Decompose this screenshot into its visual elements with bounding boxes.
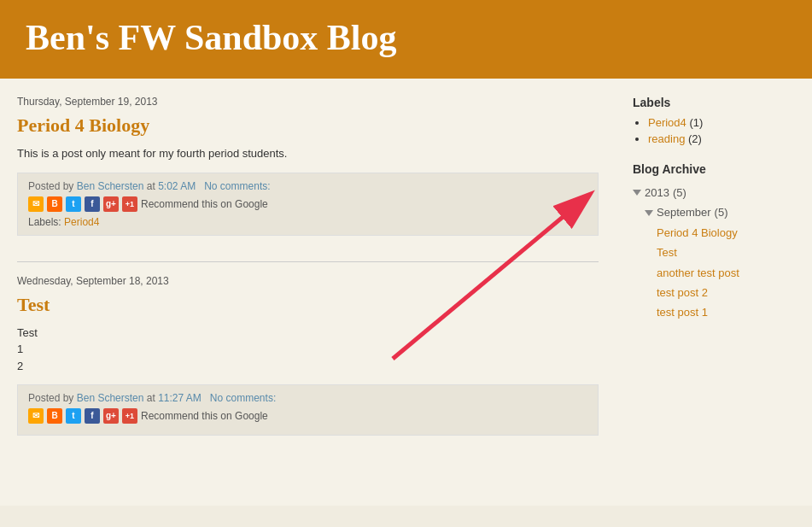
- recommend-text: Recommend this on Google: [141, 410, 268, 422]
- post-body-line: 2: [17, 358, 599, 375]
- sidebar: Labels Period4 (1) reading (2) Blog Arch…: [624, 96, 795, 489]
- at-label: at: [147, 180, 155, 192]
- blog-post: Wednesday, September 18, 2013 Test Test …: [17, 275, 599, 436]
- facebook-share-icon[interactable]: f: [85, 408, 100, 424]
- twitter-share-icon[interactable]: t: [66, 408, 81, 424]
- post-title-link[interactable]: Test: [17, 294, 50, 315]
- archive-post-anchor[interactable]: test post 1: [657, 306, 708, 319]
- expand-month-icon[interactable]: [645, 210, 653, 216]
- label-link[interactable]: reading: [648, 132, 685, 145]
- post-body: Test 1 2: [17, 325, 599, 375]
- post-author-line: Posted by Ben Schersten at 5:02 AM No co…: [28, 180, 587, 192]
- share-icons: ✉ B t f g+ +1 Recommend this on Google: [28, 408, 587, 424]
- post-time-link[interactable]: 11:27 AM: [158, 392, 202, 404]
- twitter-share-icon[interactable]: t: [66, 196, 81, 212]
- labels-prefix: Labels:: [28, 216, 61, 228]
- label-item: reading (2): [648, 132, 795, 145]
- blog-share-icon[interactable]: B: [47, 196, 62, 212]
- author-link[interactable]: Ben Schersten: [77, 180, 144, 192]
- site-header: Ben's FW Sandbox Blog: [0, 0, 812, 79]
- post-time-link[interactable]: 5:02 AM: [158, 180, 196, 192]
- gplus1-share-icon[interactable]: +1: [122, 196, 137, 212]
- at-label: at: [147, 392, 155, 404]
- labels-section: Labels Period4 (1) reading (2): [633, 96, 795, 145]
- post-body-line: 1: [17, 341, 599, 358]
- comments-link[interactable]: No comments:: [204, 180, 270, 192]
- label-link[interactable]: Period4: [648, 116, 686, 129]
- post-body-line: Test: [17, 325, 599, 342]
- main-content: Thursday, September 19, 2013 Period 4 Bi…: [17, 96, 624, 489]
- archive-year: 2013 (5): [633, 183, 795, 202]
- comments-link[interactable]: No comments:: [210, 392, 276, 404]
- posted-by-label: Posted by: [28, 180, 73, 192]
- email-share-icon[interactable]: ✉: [28, 196, 44, 212]
- gplus-share-icon[interactable]: g+: [103, 196, 119, 212]
- labels-title: Labels: [633, 96, 795, 109]
- label-link[interactable]: Period4: [64, 216, 99, 228]
- labels-list: Period4 (1) reading (2): [633, 116, 795, 145]
- label-count: (2): [688, 132, 702, 145]
- archive-post-link: Test: [633, 243, 795, 262]
- email-share-icon[interactable]: ✉: [28, 408, 44, 424]
- year-link[interactable]: 2013: [645, 183, 669, 202]
- archive-post-anchor[interactable]: Period 4 Biology: [657, 226, 738, 239]
- label-item: Period4 (1): [648, 116, 795, 129]
- label-count: (1): [689, 116, 703, 129]
- archive-post-link: Period 4 Biology: [633, 223, 795, 243]
- site-title: Ben's FW Sandbox Blog: [26, 17, 786, 58]
- archive-title: Blog Archive: [633, 162, 795, 176]
- post-body: This is a post only meant for my fourth …: [17, 145, 599, 162]
- blog-share-icon[interactable]: B: [47, 408, 62, 424]
- gplus1-share-icon[interactable]: +1: [122, 408, 137, 424]
- archive-post-anchor[interactable]: Test: [657, 246, 677, 259]
- archive-tree: 2013 (5) September (5) Period 4 Biology …: [633, 183, 795, 323]
- post-title: Period 4 Biology: [17, 114, 599, 137]
- archive-post-link: test post 2: [633, 283, 795, 302]
- archive-post-anchor[interactable]: another test post: [657, 266, 739, 279]
- archive-post-anchor[interactable]: test post 2: [657, 286, 708, 299]
- gplus-share-icon[interactable]: g+: [103, 408, 119, 424]
- archive-post-link: another test post: [633, 263, 795, 283]
- expand-icon[interactable]: [633, 190, 641, 196]
- month-count: (5): [715, 202, 728, 222]
- post-author-line: Posted by Ben Schersten at 11:27 AM No c…: [28, 392, 587, 404]
- facebook-share-icon[interactable]: f: [85, 196, 100, 212]
- post-footer: Posted by Ben Schersten at 11:27 AM No c…: [17, 384, 599, 436]
- posted-by-label: Posted by: [28, 392, 73, 404]
- post-footer: Posted by Ben Schersten at 5:02 AM No co…: [17, 173, 599, 236]
- archive-month: September (5): [633, 202, 795, 222]
- post-title: Test: [17, 294, 599, 316]
- year-count: (5): [673, 183, 686, 202]
- month-link[interactable]: September: [657, 202, 711, 222]
- post-divider: [17, 261, 599, 262]
- post-date: Wednesday, September 18, 2013: [17, 275, 599, 287]
- share-icons: ✉ B t f g+ +1 Recommend this on Google: [28, 196, 587, 212]
- post-date: Thursday, September 19, 2013: [17, 96, 599, 108]
- blog-post: Thursday, September 19, 2013 Period 4 Bi…: [17, 96, 599, 236]
- post-labels: Labels: Period4: [28, 216, 587, 228]
- post-title-link[interactable]: Period 4 Biology: [17, 114, 149, 136]
- recommend-text: Recommend this on Google: [141, 198, 268, 210]
- archive-section: Blog Archive 2013 (5) September (5) Peri…: [633, 162, 795, 323]
- author-link[interactable]: Ben Schersten: [77, 392, 144, 404]
- archive-post-link: test post 1: [633, 302, 795, 322]
